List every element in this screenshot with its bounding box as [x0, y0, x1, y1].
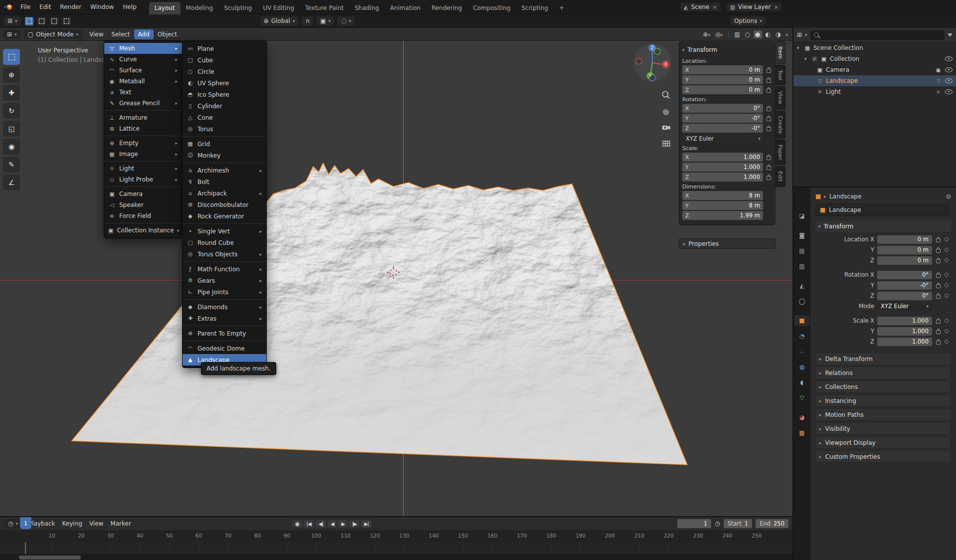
property-value-field[interactable]: 0°▾: [877, 271, 932, 279]
properties-tab[interactable]: ◔: [794, 331, 809, 342]
current-frame-field[interactable]: 1: [677, 519, 711, 528]
transport-button[interactable]: ◀: [328, 520, 337, 528]
scale-value-field[interactable]: Y1.000: [682, 163, 763, 172]
mesh-submenu-item[interactable]: ○ Circle ▸: [183, 66, 266, 77]
workspace-tab[interactable]: Scripting: [516, 2, 554, 14]
lock-icon[interactable]: [936, 238, 941, 242]
timeline-editor-selector[interactable]: ◷▾: [4, 519, 22, 528]
playhead[interactable]: 1: [20, 517, 31, 529]
lock-icon[interactable]: [766, 117, 771, 121]
lock-icon[interactable]: [936, 249, 941, 253]
mesh-submenu-item[interactable]: ▭ Plane ▸: [183, 43, 266, 54]
properties-tab[interactable]: ◖: [794, 377, 809, 388]
mesh-submenu-item[interactable]: ƒ Math Function ▸: [183, 263, 266, 275]
lock-icon[interactable]: [766, 127, 771, 131]
viewport-menu[interactable]: View: [85, 29, 107, 39]
mesh-submenu-item[interactable]: ⌂ Archipack ▸: [183, 187, 266, 199]
pin-icon[interactable]: ⊙: [946, 193, 951, 200]
property-value-field[interactable]: -0°▾: [877, 281, 932, 290]
lock-icon[interactable]: [766, 166, 771, 170]
lock-icon[interactable]: [936, 259, 941, 263]
properties-tab[interactable]: ◪: [794, 210, 809, 221]
collapsed-panel-header[interactable]: ▸ Delta Transform: [815, 353, 951, 365]
tool-select-box[interactable]: [3, 49, 20, 65]
properties-tab[interactable]: ◍: [794, 362, 809, 373]
scene-selector[interactable]: ◭ Scene ×: [680, 2, 721, 12]
transform-panel-header[interactable]: ▾ Transform: [682, 44, 772, 56]
properties-tab[interactable]: ▽: [794, 392, 809, 403]
timeline-channel-area[interactable]: [0, 542, 792, 554]
zoom-button[interactable]: [660, 90, 672, 102]
animate-dot[interactable]: [945, 273, 949, 277]
mesh-submenu-item[interactable]: ⊞ Discombobulator ▸: [183, 199, 266, 210]
object-name-field[interactable]: ■ Landscape: [815, 204, 949, 216]
n-panel-tab[interactable]: Paper: [775, 140, 785, 165]
lock-icon[interactable]: [766, 176, 771, 180]
mesh-submenu-item[interactable]: ◠ Geodesic Dome ▸: [183, 343, 266, 354]
mesh-submenu-item[interactable]: ◆ Diamonds ▸: [183, 301, 266, 313]
options-dropdown[interactable]: Options ▾: [731, 16, 765, 25]
outliner-row-collection[interactable]: ▾ ▣ Collection: [793, 53, 956, 64]
add-menu-item[interactable]: ◁ Speaker ▸: [104, 199, 182, 210]
mesh-submenu-item[interactable]: ▦ Grid ▸: [183, 138, 266, 150]
outliner-row-scene-collection[interactable]: ▾ ▦ Scene Collection: [793, 42, 956, 53]
workspace-tab[interactable]: +: [554, 2, 570, 14]
lock-icon[interactable]: [936, 330, 941, 334]
start-frame-field[interactable]: Start 1: [724, 519, 752, 528]
mesh-submenu-item[interactable]: ⌂ Archimesh ▸: [183, 165, 266, 176]
timeline-menu[interactable]: Marker: [107, 519, 134, 529]
topbar-menu[interactable]: Window: [86, 2, 118, 12]
transport-button[interactable]: ●: [292, 520, 302, 528]
collapsed-panel-header[interactable]: ▸ Viewport Display: [815, 436, 951, 449]
animate-dot[interactable]: [945, 237, 949, 241]
scale-value-field[interactable]: Z1.000: [682, 173, 763, 182]
lock-icon[interactable]: [766, 89, 771, 93]
blender-logo-icon[interactable]: [4, 3, 13, 10]
properties-tab[interactable]: ▩: [794, 427, 809, 438]
auto-keying-icon[interactable]: ◷: [715, 520, 720, 527]
mesh-submenu-item[interactable]: ◓ Ico Sphere ▸: [183, 89, 266, 100]
location-value-field[interactable]: Z0 m: [682, 85, 763, 94]
transform-orientation-dropdown[interactable]: ⊕ Global ▾: [260, 16, 299, 25]
add-menu-item[interactable]: ∿ Curve ▸: [104, 54, 182, 65]
overlays-dropdown[interactable]: ◎▾: [714, 30, 724, 38]
mode-dropdown[interactable]: ▢ Object Mode ▾: [24, 30, 82, 39]
location-value-field[interactable]: X0 m: [682, 65, 763, 74]
animate-dot[interactable]: [945, 319, 949, 323]
mesh-submenu-item[interactable]: △ Cone ▸: [183, 112, 266, 123]
collapsed-panel-header[interactable]: ▸ Visibility: [815, 422, 951, 435]
workspace-tab[interactable]: UV Editing: [257, 2, 300, 14]
workspace-tab[interactable]: Sculpting: [218, 2, 257, 14]
end-frame-field[interactable]: End 250: [756, 519, 788, 528]
select-mode-intersect-button[interactable]: [62, 17, 71, 25]
add-menu-item[interactable]: ▣ Collection Instance ▸: [104, 225, 182, 236]
properties-tab[interactable]: ▥: [794, 261, 809, 272]
mesh-submenu-item[interactable]: ▯ Cylinder ▸: [183, 100, 266, 112]
transport-button[interactable]: |▶: [349, 520, 360, 528]
toggle-perspective-button[interactable]: [660, 138, 672, 150]
snap-toggle[interactable]: ∩: [302, 16, 313, 25]
show-gizmo-dropdown[interactable]: ⊕▾: [702, 30, 712, 38]
property-value-field[interactable]: 1.000▾: [877, 338, 932, 346]
viewport-menu[interactable]: Add: [134, 29, 154, 39]
n-panel-tab[interactable]: Item: [775, 41, 785, 64]
add-menu-item[interactable]: ⊕ Empty ▸: [104, 138, 182, 149]
lock-icon[interactable]: [766, 156, 771, 160]
lock-icon[interactable]: [936, 284, 941, 288]
mesh-submenu-item[interactable]: ↯ Bolt ▸: [183, 176, 266, 187]
proportional-editing-dropdown[interactable]: ◌▾: [338, 16, 355, 25]
timeline-menu[interactable]: Keying: [59, 519, 86, 529]
filter-icon[interactable]: [948, 33, 953, 37]
caret-down-icon[interactable]: ▾: [805, 32, 807, 37]
dimension-value-field[interactable]: Z1.99 m: [682, 211, 763, 220]
property-value-field[interactable]: 0 m▾: [877, 256, 932, 265]
add-menu-item[interactable]: ≋ Force Field ▸: [104, 210, 182, 221]
rotation-value-field[interactable]: Y-0°: [682, 114, 763, 123]
topbar-menu[interactable]: Edit: [35, 2, 55, 12]
lock-icon[interactable]: [766, 107, 771, 111]
topbar-menu[interactable]: Render: [55, 2, 86, 12]
animate-dot[interactable]: [945, 248, 949, 252]
tool-measure[interactable]: ∠: [3, 175, 20, 190]
mesh-submenu-item[interactable]: ⚙ Gears ▸: [183, 275, 266, 286]
collapsed-panel-header[interactable]: ▸ Custom Properties: [815, 450, 951, 463]
